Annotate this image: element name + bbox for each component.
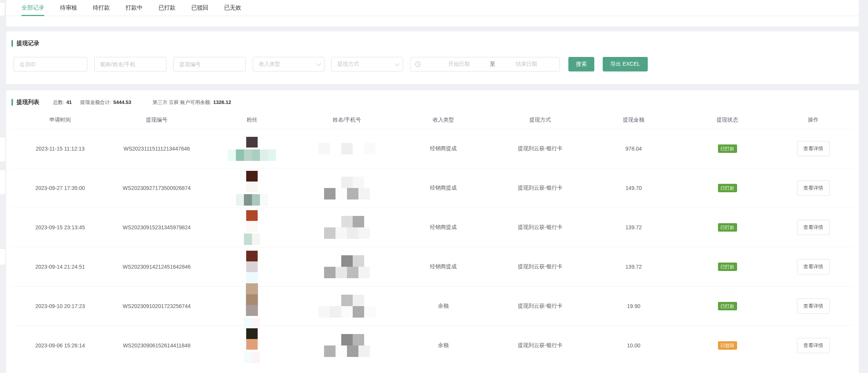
mask-pixel-block	[341, 295, 353, 306]
mask-pixel-row	[318, 306, 376, 318]
mask-pixel-row	[330, 255, 364, 267]
mask-pixel-row	[324, 188, 370, 199]
name-pixel-block	[268, 149, 276, 161]
mask-pixel-block	[358, 345, 370, 357]
action-cell: 查看详情	[775, 298, 851, 314]
fan-name-blur	[228, 149, 276, 161]
mask-pixel-block	[353, 143, 364, 154]
fan-name-blur	[244, 318, 260, 329]
fan-cell	[205, 283, 299, 329]
mask-pixel-block	[324, 267, 336, 278]
name-phone-cell	[299, 177, 394, 199]
fan-cell	[205, 251, 299, 283]
tab-pending-payment[interactable]: 待打款	[93, 0, 110, 16]
status-badge: 已打款	[718, 302, 737, 310]
mask-pixel-block	[336, 188, 347, 199]
mask-pixel-block	[336, 345, 347, 357]
tab-pending-review[interactable]: 待审核	[60, 0, 77, 16]
status-badge: 已打款	[718, 223, 737, 232]
mask-pixel-row	[330, 334, 364, 345]
withdraw-no-input[interactable]	[173, 57, 246, 71]
column-header: 提现金额	[588, 117, 679, 123]
column-header: 申请时间	[11, 117, 109, 123]
search-button[interactable]: 搜索	[568, 57, 594, 71]
view-details-button[interactable]: 查看详情	[797, 220, 830, 235]
clock-icon	[415, 61, 421, 67]
tab-rejected[interactable]: 已驳回	[191, 0, 208, 16]
column-header: 粉丝	[205, 117, 299, 123]
name-pixel-block	[236, 194, 244, 206]
request-time-cell: 2023-11-15 11:12:13	[11, 146, 109, 152]
income-type-cell: 经销商提成	[394, 224, 492, 231]
withdraw-amount-cell: 149.70	[588, 185, 679, 191]
withdraw-method-cell: 提现到云获-银行卡	[492, 342, 588, 349]
fan-blurred-identity	[244, 210, 260, 245]
mask-pixel-block	[341, 143, 353, 154]
background-card-edge	[0, 2, 5, 16]
view-details-button[interactable]: 查看详情	[797, 180, 830, 196]
mask-pixel-block	[353, 177, 364, 188]
status-badge: 已打款	[718, 263, 737, 271]
name-phone-blur	[324, 216, 370, 239]
list-section-title: 提现列表	[16, 99, 39, 106]
filter-section-title: 提现记录	[16, 40, 39, 47]
withdraw-amount-cell: 10.00	[588, 342, 679, 349]
name-pixel-block	[260, 149, 268, 161]
avatar-pixel-block	[246, 137, 258, 148]
background-card-edge	[0, 137, 6, 162]
view-details-button[interactable]: 查看详情	[797, 338, 830, 353]
avatar-pixel-block	[246, 251, 258, 261]
withdrawal-table: 申请时间提现编号粉丝姓名/手机号收入类型提现方式提现金额提现状态操作 2023-…	[11, 111, 853, 365]
action-cell: 查看详情	[775, 259, 851, 274]
column-header: 操作	[775, 117, 851, 123]
mask-pixel-block	[330, 216, 341, 227]
view-details-button[interactable]: 查看详情	[797, 141, 830, 156]
table-row: 2023-09-10 20:17:23WS2023091020172325674…	[11, 286, 853, 326]
tab-paid[interactable]: 已打款	[158, 0, 176, 16]
tab-invalid[interactable]: 已无效	[224, 0, 241, 16]
income-type-cell: 余额	[394, 303, 492, 310]
mask-pixel-block	[341, 306, 353, 318]
mask-pixel-block	[330, 306, 341, 318]
withdraw-method-select[interactable]: 提现方式	[331, 57, 403, 71]
action-cell: 查看详情	[775, 141, 851, 156]
fan-blurred-identity	[236, 171, 268, 206]
tab-paying[interactable]: 打款中	[126, 0, 143, 16]
date-range-separator: 至	[489, 61, 497, 68]
request-time-cell: 2023-09-06 15:26:14	[11, 342, 109, 349]
avatar-pixel-block	[246, 182, 258, 192]
date-range-picker[interactable]: 开始日期 至 结束日期	[410, 57, 560, 71]
avatar-pixel-block	[246, 272, 258, 283]
name-phone-cell	[299, 255, 394, 278]
view-details-button[interactable]: 查看详情	[797, 259, 830, 274]
mask-pixel-block	[353, 306, 364, 318]
fan-blurred-identity	[228, 137, 276, 161]
view-details-button[interactable]: 查看详情	[797, 298, 830, 314]
withdraw-status-cell: 已打款	[679, 223, 775, 232]
mask-pixel-block	[353, 255, 364, 267]
request-time-cell: 2023-09-14 21:24:51	[11, 264, 109, 270]
fan-name-blur	[236, 194, 268, 206]
mask-pixel-block	[364, 306, 376, 318]
member-id-input[interactable]	[13, 57, 87, 71]
nickname-input[interactable]	[94, 57, 166, 71]
export-excel-button[interactable]: 导出 EXCEL	[603, 57, 648, 71]
withdraw-method-cell: 提现到云获-银行卡	[492, 303, 588, 310]
income-type-select[interactable]: 收入类型	[253, 57, 324, 71]
avatar-pixel-block	[246, 261, 258, 272]
withdraw-status-cell: 已打款	[679, 184, 775, 192]
name-pixel-block	[260, 194, 268, 206]
name-pixel-block	[244, 194, 252, 206]
name-phone-cell	[299, 334, 394, 357]
mask-pixel-block	[364, 143, 376, 154]
column-header: 提现状态	[679, 117, 775, 123]
withdraw-method-placeholder: 提现方式	[337, 61, 359, 68]
section-accent-bar	[11, 99, 13, 105]
income-type-cell: 经销商提成	[394, 185, 492, 191]
tab-all-records[interactable]: 全部记录	[21, 0, 44, 16]
column-header: 提现方式	[492, 117, 588, 123]
withdraw-amount-cell: 139.72	[588, 224, 679, 230]
fan-name-blur	[244, 352, 260, 363]
income-type-cell: 经销商提成	[394, 263, 492, 270]
table-row: 2023-09-27 17:35:00WS2023092717350092687…	[11, 168, 853, 208]
